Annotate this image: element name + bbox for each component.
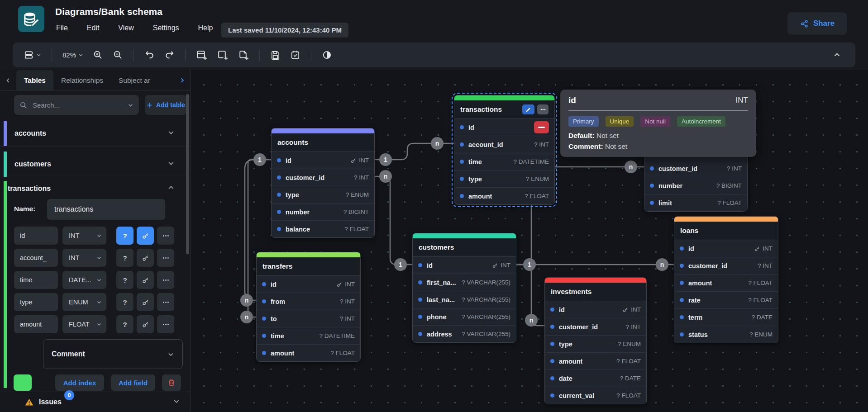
field-more-button[interactable]: [157, 293, 174, 311]
add-note-tool-button[interactable]: [236, 47, 251, 62]
field-type-dropdown[interactable]: INT: [62, 227, 106, 245]
field-type-dropdown[interactable]: FLOAT: [62, 315, 106, 333]
panel-tab[interactable]: Relationships: [53, 70, 111, 90]
canvas-table[interactable]: investments id INTcustomer_id? INTtype? …: [544, 277, 647, 404]
table-field-row[interactable]: to? INT: [257, 310, 360, 327]
canvas-table[interactable]: transactions idaccount_id? INTtime? DATE…: [454, 95, 555, 205]
nullable-toggle-button[interactable]: [116, 249, 134, 267]
nullable-toggle-button[interactable]: [116, 227, 134, 245]
nullable-toggle-button[interactable]: [116, 293, 134, 311]
table-field-row[interactable]: term? DATE: [674, 309, 778, 326]
field-more-button[interactable]: [157, 227, 174, 245]
field-more-button[interactable]: [157, 249, 174, 267]
chevron-up-icon[interactable]: [167, 184, 175, 193]
table-header[interactable]: transfers: [257, 257, 360, 276]
table-field-row[interactable]: id INT: [674, 240, 778, 257]
table-field-row[interactable]: type? ENUM: [545, 336, 646, 353]
field-more-button[interactable]: [157, 315, 174, 333]
relationship-line[interactable]: [374, 143, 454, 160]
menu-item[interactable]: File: [54, 23, 70, 33]
field-type-dropdown[interactable]: INT: [62, 249, 106, 267]
expanded-table-header[interactable]: transactions: [0, 181, 190, 196]
table-field-row[interactable]: amount? FLOAT: [674, 275, 778, 292]
field-type-dropdown[interactable]: DATE...: [62, 271, 106, 289]
table-field-row[interactable]: rate? FLOAT: [674, 292, 778, 309]
table-field-row[interactable]: limit? FLOAT: [644, 194, 747, 211]
chevron-down-icon[interactable]: [167, 129, 175, 138]
table-field-row[interactable]: customer_id? INT: [644, 160, 747, 177]
field-name-button[interactable]: account_: [14, 249, 58, 267]
tabs-scroll-left-button[interactable]: [0, 70, 16, 90]
table-header[interactable]: accounts: [272, 133, 374, 152]
app-logo[interactable]: [18, 6, 44, 32]
table-header[interactable]: investments: [545, 283, 646, 301]
table-field-row[interactable]: customer_id? INT: [674, 257, 778, 275]
sidebar-scrollbar[interactable]: [186, 94, 189, 254]
canvas-table[interactable]: loans id INTcustomer_id? INTamount? FLOA…: [674, 216, 778, 343]
table-more-button[interactable]: [537, 104, 548, 114]
table-field-row[interactable]: last_na...? VARCHAR(255): [413, 291, 516, 308]
table-field-row[interactable]: phone? VARCHAR(255): [413, 308, 516, 326]
table-field-row[interactable]: amount? FLOAT: [257, 345, 360, 361]
search-input[interactable]: [32, 101, 123, 109]
table-field-row[interactable]: number? BIGINT: [272, 204, 374, 221]
panel-tab[interactable]: Tables: [16, 70, 53, 90]
menu-item[interactable]: Edit: [85, 23, 101, 33]
add-table-button[interactable]: Add table: [145, 95, 186, 115]
table-field-row[interactable]: date? DATE: [545, 370, 646, 387]
add-field-button[interactable]: Add field: [111, 374, 155, 391]
comment-collapsible[interactable]: Comment: [43, 339, 183, 369]
nullable-toggle-button[interactable]: [116, 271, 134, 289]
table-field-row[interactable]: id INT: [257, 276, 360, 293]
zoom-out-button[interactable]: [111, 48, 125, 62]
sidebar-table-item[interactable]: accounts: [0, 121, 190, 147]
table-field-row[interactable]: amount? FLOAT: [454, 188, 554, 204]
table-field-row[interactable]: status? ENUM: [674, 326, 778, 343]
redo-button[interactable]: [162, 48, 176, 62]
table-field-row[interactable]: time? DATETIME: [257, 327, 360, 345]
table-field-row[interactable]: id: [454, 119, 554, 136]
field-more-button[interactable]: [157, 271, 174, 289]
menu-item[interactable]: Help: [196, 23, 215, 33]
table-header[interactable]: customers: [413, 238, 516, 257]
issues-collapse-button[interactable]: [173, 398, 180, 406]
issues-toggle[interactable]: Issues: [24, 392, 62, 412]
menu-item[interactable]: View: [116, 23, 135, 33]
collapse-toolbar-button[interactable]: [831, 49, 843, 61]
table-field-row[interactable]: time? DATETIME: [454, 153, 554, 170]
table-field-row[interactable]: id INT: [413, 257, 516, 274]
relationship-line[interactable]: [515, 265, 544, 326]
table-field-row[interactable]: from? INT: [257, 293, 360, 310]
table-field-row[interactable]: type? ENUM: [272, 186, 374, 204]
primary-key-button[interactable]: [137, 249, 154, 267]
zoom-in-button[interactable]: [91, 48, 105, 62]
table-field-row[interactable]: number? BIGINT: [644, 177, 747, 194]
add-index-button[interactable]: Add index: [55, 374, 104, 391]
table-field-row[interactable]: first_na...? VARCHAR(255): [413, 274, 516, 291]
edit-table-button[interactable]: [522, 104, 534, 114]
table-field-row[interactable]: type? ENUM: [454, 170, 554, 188]
menu-item[interactable]: Settings: [151, 23, 181, 33]
sidebar-table-item[interactable]: customers: [0, 152, 190, 177]
primary-key-button[interactable]: [137, 271, 154, 289]
table-search-combobox[interactable]: [14, 95, 139, 115]
table-header[interactable]: transactions: [454, 100, 554, 119]
table-name-input[interactable]: [47, 199, 165, 220]
save-button[interactable]: [268, 48, 282, 62]
table-field-row[interactable]: address? VARCHAR(255): [413, 326, 516, 342]
table-field-row[interactable]: current_val? FLOAT: [545, 387, 646, 404]
canvas-table[interactable]: transfers id INTfrom? INTto? INTtime? DA…: [256, 252, 361, 362]
field-name-button[interactable]: time: [14, 271, 58, 289]
theme-toggle-button[interactable]: [320, 48, 334, 62]
delete-table-button[interactable]: [162, 374, 181, 391]
field-name-button[interactable]: type: [14, 293, 58, 311]
table-header[interactable]: loans: [674, 222, 778, 240]
undo-button[interactable]: [143, 48, 157, 62]
zoom-level-dropdown[interactable]: 82%: [61, 49, 85, 61]
table-field-row[interactable]: customer_id? INT: [272, 169, 374, 186]
table-color-swatch-button[interactable]: [14, 374, 32, 391]
chevron-down-icon[interactable]: [167, 160, 175, 169]
nullable-toggle-button[interactable]: [116, 315, 134, 333]
delete-field-button[interactable]: [534, 121, 549, 133]
layout-menu-button[interactable]: [22, 48, 43, 62]
